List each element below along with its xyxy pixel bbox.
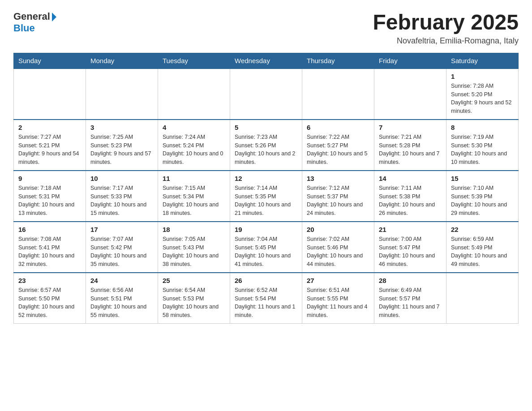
calendar-cell: 24Sunrise: 6:56 AM Sunset: 5:51 PM Dayli… — [86, 273, 158, 324]
day-info: Sunrise: 7:27 AM Sunset: 5:21 PM Dayligh… — [18, 133, 81, 167]
logo-arrow-icon — [52, 13, 56, 21]
calendar-cell — [446, 273, 519, 324]
day-number: 17 — [90, 226, 153, 233]
day-number: 21 — [379, 226, 442, 233]
calendar-cell: 20Sunrise: 7:02 AM Sunset: 5:46 PM Dayli… — [302, 222, 374, 273]
day-number: 6 — [307, 124, 369, 131]
day-of-week-header: Sunday — [14, 53, 86, 68]
calendar-cell: 18Sunrise: 7:05 AM Sunset: 5:43 PM Dayli… — [158, 222, 230, 273]
day-number: 13 — [307, 175, 369, 182]
day-info: Sunrise: 6:56 AM Sunset: 5:51 PM Dayligh… — [90, 286, 153, 320]
calendar-cell: 5Sunrise: 7:23 AM Sunset: 5:26 PM Daylig… — [230, 120, 302, 171]
calendar-cell: 12Sunrise: 7:14 AM Sunset: 5:35 PM Dayli… — [230, 171, 302, 222]
day-number: 10 — [90, 175, 153, 182]
calendar-cell: 14Sunrise: 7:11 AM Sunset: 5:38 PM Dayli… — [374, 171, 446, 222]
day-number: 27 — [307, 277, 369, 284]
day-number: 19 — [235, 226, 297, 233]
calendar-week-row: 1Sunrise: 7:28 AM Sunset: 5:20 PM Daylig… — [14, 68, 519, 120]
calendar-cell: 25Sunrise: 6:54 AM Sunset: 5:53 PM Dayli… — [158, 273, 230, 324]
calendar-cell: 27Sunrise: 6:51 AM Sunset: 5:55 PM Dayli… — [302, 273, 374, 324]
calendar-cell: 15Sunrise: 7:10 AM Sunset: 5:39 PM Dayli… — [446, 171, 519, 222]
day-number: 14 — [379, 175, 442, 182]
day-info: Sunrise: 7:04 AM Sunset: 5:45 PM Dayligh… — [235, 235, 297, 269]
day-info: Sunrise: 7:02 AM Sunset: 5:46 PM Dayligh… — [307, 235, 369, 269]
day-info: Sunrise: 7:10 AM Sunset: 5:39 PM Dayligh… — [451, 184, 514, 218]
calendar-cell: 8Sunrise: 7:19 AM Sunset: 5:30 PM Daylig… — [446, 120, 519, 171]
calendar-cell: 2Sunrise: 7:27 AM Sunset: 5:21 PM Daylig… — [14, 120, 86, 171]
calendar-week-row: 16Sunrise: 7:08 AM Sunset: 5:41 PM Dayli… — [14, 222, 519, 273]
day-info: Sunrise: 7:11 AM Sunset: 5:38 PM Dayligh… — [379, 184, 442, 218]
month-title: February 2025 — [373, 11, 519, 34]
header-row: SundayMondayTuesdayWednesdayThursdayFrid… — [14, 53, 519, 68]
day-info: Sunrise: 7:28 AM Sunset: 5:20 PM Dayligh… — [451, 82, 514, 116]
day-info: Sunrise: 7:17 AM Sunset: 5:33 PM Dayligh… — [90, 184, 153, 218]
day-of-week-header: Wednesday — [230, 53, 302, 68]
calendar-cell: 7Sunrise: 7:21 AM Sunset: 5:28 PM Daylig… — [374, 120, 446, 171]
day-info: Sunrise: 7:19 AM Sunset: 5:30 PM Dayligh… — [451, 133, 514, 167]
calendar-cell: 11Sunrise: 7:15 AM Sunset: 5:34 PM Dayli… — [158, 171, 230, 222]
logo: General Blue — [13, 11, 56, 34]
page-header: General Blue February 2025 Novafeltria, … — [13, 11, 519, 46]
day-info: Sunrise: 7:14 AM Sunset: 5:35 PM Dayligh… — [235, 184, 297, 218]
day-info: Sunrise: 6:52 AM Sunset: 5:54 PM Dayligh… — [235, 286, 297, 320]
day-number: 12 — [235, 175, 297, 182]
calendar-cell: 9Sunrise: 7:18 AM Sunset: 5:31 PM Daylig… — [14, 171, 86, 222]
day-of-week-header: Monday — [86, 53, 158, 68]
day-number: 15 — [451, 175, 514, 182]
day-number: 3 — [90, 124, 153, 131]
day-info: Sunrise: 7:23 AM Sunset: 5:26 PM Dayligh… — [235, 133, 297, 167]
day-info: Sunrise: 6:51 AM Sunset: 5:55 PM Dayligh… — [307, 286, 369, 320]
calendar-cell: 19Sunrise: 7:04 AM Sunset: 5:45 PM Dayli… — [230, 222, 302, 273]
day-number: 2 — [18, 124, 81, 131]
day-of-week-header: Friday — [374, 53, 446, 68]
day-info: Sunrise: 7:21 AM Sunset: 5:28 PM Dayligh… — [379, 133, 442, 167]
calendar-week-row: 2Sunrise: 7:27 AM Sunset: 5:21 PM Daylig… — [14, 120, 519, 171]
calendar-cell: 1Sunrise: 7:28 AM Sunset: 5:20 PM Daylig… — [446, 68, 519, 120]
calendar-cell: 23Sunrise: 6:57 AM Sunset: 5:50 PM Dayli… — [14, 273, 86, 324]
calendar-week-row: 23Sunrise: 6:57 AM Sunset: 5:50 PM Dayli… — [14, 273, 519, 324]
day-info: Sunrise: 6:57 AM Sunset: 5:50 PM Dayligh… — [18, 286, 81, 320]
calendar-cell: 3Sunrise: 7:25 AM Sunset: 5:23 PM Daylig… — [86, 120, 158, 171]
calendar-cell: 28Sunrise: 6:49 AM Sunset: 5:57 PM Dayli… — [374, 273, 446, 324]
calendar-cell: 21Sunrise: 7:00 AM Sunset: 5:47 PM Dayli… — [374, 222, 446, 273]
day-number: 1 — [451, 73, 514, 80]
calendar-cell — [14, 68, 86, 120]
day-info: Sunrise: 7:24 AM Sunset: 5:24 PM Dayligh… — [163, 133, 225, 167]
day-number: 24 — [90, 277, 153, 284]
calendar-cell: 17Sunrise: 7:07 AM Sunset: 5:42 PM Dayli… — [86, 222, 158, 273]
day-number: 23 — [18, 277, 81, 284]
calendar-cell: 13Sunrise: 7:12 AM Sunset: 5:37 PM Dayli… — [302, 171, 374, 222]
day-number: 28 — [379, 277, 442, 284]
logo-blue-text: Blue — [13, 22, 35, 34]
calendar-cell: 26Sunrise: 6:52 AM Sunset: 5:54 PM Dayli… — [230, 273, 302, 324]
day-number: 26 — [235, 277, 297, 284]
calendar-cell — [158, 68, 230, 120]
day-of-week-header: Tuesday — [158, 53, 230, 68]
day-number: 20 — [307, 226, 369, 233]
day-info: Sunrise: 7:25 AM Sunset: 5:23 PM Dayligh… — [90, 133, 153, 167]
day-number: 5 — [235, 124, 297, 131]
day-info: Sunrise: 6:49 AM Sunset: 5:57 PM Dayligh… — [379, 286, 442, 320]
day-of-week-header: Thursday — [302, 53, 374, 68]
day-info: Sunrise: 6:59 AM Sunset: 5:49 PM Dayligh… — [451, 235, 514, 269]
day-number: 18 — [163, 226, 225, 233]
day-info: Sunrise: 7:12 AM Sunset: 5:37 PM Dayligh… — [307, 184, 369, 218]
calendar-cell — [86, 68, 158, 120]
day-number: 9 — [18, 175, 81, 182]
calendar-cell: 6Sunrise: 7:22 AM Sunset: 5:27 PM Daylig… — [302, 120, 374, 171]
day-number: 25 — [163, 277, 225, 284]
calendar-header: SundayMondayTuesdayWednesdayThursdayFrid… — [14, 53, 519, 68]
calendar-cell: 10Sunrise: 7:17 AM Sunset: 5:33 PM Dayli… — [86, 171, 158, 222]
day-number: 7 — [379, 124, 442, 131]
day-number: 22 — [451, 226, 514, 233]
calendar-week-row: 9Sunrise: 7:18 AM Sunset: 5:31 PM Daylig… — [14, 171, 519, 222]
day-info: Sunrise: 7:07 AM Sunset: 5:42 PM Dayligh… — [90, 235, 153, 269]
calendar-cell: 22Sunrise: 6:59 AM Sunset: 5:49 PM Dayli… — [446, 222, 519, 273]
logo-general: General — [13, 11, 56, 22]
day-number: 16 — [18, 226, 81, 233]
calendar-body: 1Sunrise: 7:28 AM Sunset: 5:20 PM Daylig… — [14, 68, 519, 324]
logo-general-text: General — [13, 11, 50, 22]
calendar-table: SundayMondayTuesdayWednesdayThursdayFrid… — [13, 53, 519, 324]
day-of-week-header: Saturday — [446, 53, 519, 68]
day-info: Sunrise: 7:22 AM Sunset: 5:27 PM Dayligh… — [307, 133, 369, 167]
